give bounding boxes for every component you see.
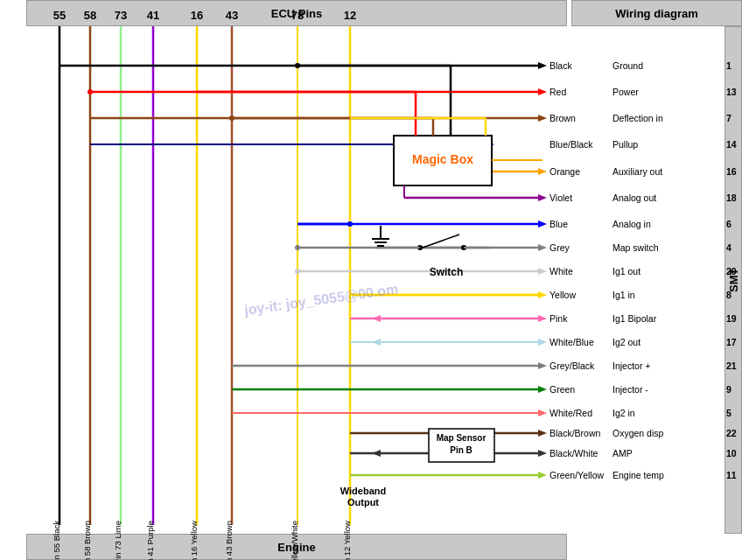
svg-marker-50 <box>538 386 547 393</box>
svg-text:joy-it: joy_5055@00.om: joy-it: joy_5055@00.om <box>242 281 399 318</box>
svg-text:Brown: Brown <box>550 113 576 123</box>
svg-text:Analog out: Analog out <box>612 192 656 203</box>
svg-point-156 <box>295 245 300 250</box>
svg-text:Crankshaft Position Sensor A -: Crankshaft Position Sensor A - Pin 16 Ye… <box>189 521 199 560</box>
svg-point-153 <box>229 116 234 121</box>
svg-text:Magic Box: Magic Box <box>412 152 473 166</box>
svg-text:78: 78 <box>291 9 304 22</box>
svg-text:Grey/Black: Grey/Black <box>550 360 595 371</box>
svg-marker-20 <box>538 88 547 95</box>
svg-text:Injector +: Injector + <box>612 360 650 371</box>
svg-text:19: 19 <box>726 313 737 324</box>
svg-text:Power: Power <box>612 87 639 97</box>
svg-text:Output: Output <box>347 497 379 508</box>
svg-text:Map switch: Map switch <box>612 242 659 253</box>
svg-text:White/Blue: White/Blue <box>550 337 594 347</box>
svg-text:10: 10 <box>726 448 737 458</box>
svg-text:+12v Power - Pin 58 Brown: +12v Power - Pin 58 Brown <box>82 521 92 560</box>
svg-text:Engine Coolant Sensor - Pin 78: Engine Coolant Sensor - Pin 78 Yellow/Wh… <box>290 521 299 560</box>
svg-text:Ig2 in: Ig2 in <box>612 408 635 418</box>
svg-text:Green/Yellow: Green/Yellow <box>550 470 604 480</box>
svg-text:16: 16 <box>726 166 737 177</box>
svg-text:Black/White: Black/White <box>550 448 598 458</box>
svg-text:White/Red: White/Red <box>550 408 592 418</box>
svg-marker-48 <box>538 362 547 369</box>
svg-text:8: 8 <box>726 290 732 300</box>
svg-text:Black/Brown: Black/Brown <box>550 428 601 438</box>
svg-text:Green: Green <box>550 384 575 395</box>
svg-text:16: 16 <box>191 9 203 22</box>
wiring-diagram-svg: 55 58 73 41 16 43 78 12 <box>0 0 742 560</box>
svg-marker-38 <box>538 268 547 275</box>
svg-text:Injector -: Injector - <box>612 384 648 395</box>
svg-text:20: 20 <box>726 266 737 276</box>
svg-text:41: 41 <box>147 9 159 22</box>
svg-text:18: 18 <box>726 192 737 203</box>
svg-marker-57 <box>538 450 547 457</box>
svg-text:Ig1 out: Ig1 out <box>612 266 640 276</box>
svg-text:11: 11 <box>726 470 737 480</box>
svg-text:58: 58 <box>84 9 96 22</box>
svg-text:GND - Pin 55 Black: GND - Pin 55 Black <box>52 521 61 560</box>
svg-text:Ig1 Bipolar: Ig1 Bipolar <box>612 313 657 324</box>
svg-text:MAFS Signal - Pin 41 Purple: MAFS Signal - Pin 41 Purple <box>145 521 155 560</box>
svg-marker-59 <box>538 472 547 479</box>
svg-text:55: 55 <box>53 9 66 22</box>
svg-text:6: 6 <box>726 219 732 229</box>
svg-marker-31 <box>538 194 547 201</box>
svg-text:21: 21 <box>726 360 737 371</box>
svg-text:Deflection in: Deflection in <box>612 113 663 123</box>
svg-text:Yellow: Yellow <box>550 290 576 300</box>
svg-text:7: 7 <box>726 113 732 123</box>
svg-marker-54 <box>538 430 547 437</box>
svg-marker-46 <box>538 339 547 346</box>
svg-text:Black: Black <box>550 60 572 71</box>
svg-marker-33 <box>538 220 547 228</box>
svg-text:AMP: AMP <box>612 448 633 458</box>
svg-text:9: 9 <box>726 384 732 395</box>
svg-text:Ig2 out: Ig2 out <box>612 337 640 347</box>
svg-text:Pink: Pink <box>550 313 568 324</box>
svg-marker-52 <box>538 410 547 416</box>
svg-text:Oxygen disp: Oxygen disp <box>612 428 664 438</box>
svg-line-80 <box>423 234 459 248</box>
svg-point-154 <box>295 63 300 68</box>
svg-text:Crankshaft Position Sensor B -: Crankshaft Position Sensor B - Pin 43 Br… <box>224 521 234 560</box>
svg-text:1: 1 <box>726 60 732 71</box>
svg-text:Ground: Ground <box>612 60 643 71</box>
svg-text:Switch: Switch <box>430 266 464 278</box>
svg-marker-45 <box>372 339 381 346</box>
svg-text:Map Sensor: Map Sensor <box>437 433 486 443</box>
svg-text:Blue/Black: Blue/Black <box>550 139 593 150</box>
svg-point-152 <box>88 89 93 94</box>
svg-text:Analog in: Analog in <box>612 219 651 229</box>
svg-marker-18 <box>538 62 547 69</box>
svg-text:73: 73 <box>115 9 127 22</box>
svg-text:Violet: Violet <box>550 192 572 203</box>
svg-text:13: 13 <box>726 87 737 97</box>
svg-text:43: 43 <box>226 9 238 22</box>
svg-marker-43 <box>538 315 547 322</box>
main-container: ECU Pins Wiring diagram Engine SMT 55 58… <box>0 0 742 560</box>
svg-point-157 <box>295 269 300 274</box>
svg-text:Orange: Orange <box>550 166 580 177</box>
svg-text:5: 5 <box>726 408 732 418</box>
svg-text:Red: Red <box>550 87 566 97</box>
svg-text:14: 14 <box>726 139 737 150</box>
svg-text:17: 17 <box>726 337 737 347</box>
svg-text:12: 12 <box>344 9 356 22</box>
svg-text:Engine temp: Engine temp <box>612 470 664 480</box>
svg-marker-42 <box>372 315 381 322</box>
svg-text:Pin B: Pin B <box>450 445 472 455</box>
svg-text:Wideband: Wideband <box>340 486 386 496</box>
svg-text:Blue: Blue <box>550 219 568 229</box>
svg-marker-29 <box>538 168 547 175</box>
svg-text:Front o2 Sensor - Pin 12 Yello: Front o2 Sensor - Pin 12 Yellow <box>342 521 352 560</box>
svg-text:Grey: Grey <box>550 242 570 253</box>
svg-text:TPS Signal Pin 73 Lime: TPS Signal Pin 73 Lime <box>113 521 122 560</box>
svg-text:22: 22 <box>726 428 737 438</box>
svg-marker-22 <box>538 115 547 122</box>
svg-text:White: White <box>550 266 573 276</box>
svg-text:Pullup: Pullup <box>612 139 638 150</box>
svg-text:Ig1 in: Ig1 in <box>612 290 635 300</box>
